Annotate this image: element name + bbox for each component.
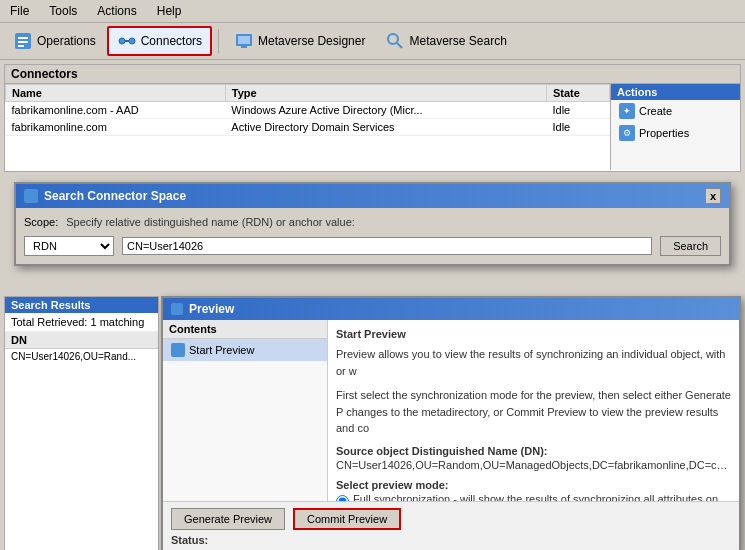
menu-tools[interactable]: Tools — [43, 2, 83, 20]
table-row[interactable]: fabrikamonline.com - AAD Windows Azure A… — [6, 102, 610, 119]
col-state: State — [546, 85, 609, 102]
table-row[interactable]: fabrikamonline.com Active Directory Doma… — [6, 119, 610, 136]
connectors-button[interactable]: Connectors — [107, 26, 212, 56]
preview-description1: Preview allows you to view the results o… — [336, 346, 731, 379]
connectors-panel: Connectors Name Type State fabrikamonlin… — [4, 64, 741, 172]
metaverse-designer-icon — [234, 31, 254, 51]
scope-select[interactable]: RDN — [24, 236, 114, 256]
metaverse-search-button[interactable]: Metaverse Search — [376, 27, 515, 55]
search-dialog-icon — [24, 189, 38, 203]
full-sync-row: Full synchronization - will show the res… — [336, 493, 731, 502]
preview-main: Start Preview Preview allows you to view… — [328, 320, 739, 501]
toolbar: Operations Connectors Metaverse Designer — [0, 23, 745, 60]
generate-preview-button[interactable]: Generate Preview — [171, 508, 285, 530]
action-create[interactable]: ✦ Create — [611, 100, 740, 122]
connectors-icon — [117, 31, 137, 51]
svg-rect-2 — [18, 41, 28, 43]
row1-name: fabrikamonline.com - AAD — [6, 102, 226, 119]
metaverse-designer-label: Metaverse Designer — [258, 34, 365, 48]
toolbar-separator — [218, 29, 219, 53]
action-properties[interactable]: ⚙ Properties — [611, 122, 740, 144]
preview-sidebar-item[interactable]: Start Preview — [163, 339, 327, 361]
results-item[interactable]: CN=User14026,OU=Rand... — [5, 349, 158, 364]
svg-rect-9 — [241, 46, 247, 48]
operations-button[interactable]: Operations — [4, 27, 105, 55]
source-dn-value: CN=User14026,OU=Random,OU=ManagedObjects… — [336, 459, 731, 471]
operations-label: Operations — [37, 34, 96, 48]
source-dn-label: Source object Distinguished Name (DN): — [336, 445, 731, 457]
action-create-label: Create — [639, 105, 672, 117]
preview-dialog-icon — [171, 303, 183, 315]
preview-title-bar: Preview — [163, 298, 739, 320]
actions-header: Actions — [611, 84, 740, 100]
operations-icon — [13, 31, 33, 51]
col-name: Name — [6, 85, 226, 102]
metaverse-search-icon — [385, 31, 405, 51]
dn-input[interactable] — [122, 237, 652, 255]
preview-title-text: Preview — [189, 302, 234, 316]
action-properties-label: Properties — [639, 127, 689, 139]
scope-row: Scope: Specify relative distinguished na… — [24, 216, 721, 228]
results-col-dn: DN — [5, 332, 158, 349]
svg-point-5 — [129, 38, 135, 44]
preview-btn-row: Generate Preview Commit Preview — [171, 508, 731, 530]
col-type: Type — [225, 85, 546, 102]
preview-content: Contents Start Preview Start Preview Pre… — [163, 320, 739, 501]
preview-dialog: Preview Contents Start Preview Start Pre… — [161, 296, 741, 550]
svg-line-11 — [397, 43, 402, 48]
svg-rect-1 — [18, 37, 28, 39]
search-input-row: RDN Search — [24, 236, 721, 256]
scope-desc: Specify relative distinguished name (RDN… — [66, 216, 355, 228]
scope-label: Scope: — [24, 216, 58, 228]
row2-type: Active Directory Domain Services — [225, 119, 546, 136]
svg-rect-8 — [238, 36, 250, 44]
status-label: Status: — [171, 534, 731, 546]
search-dialog-title: Search Connector Space — [44, 189, 186, 203]
row1-type: Windows Azure Active Directory (Micr... — [225, 102, 546, 119]
menu-file[interactable]: File — [4, 2, 35, 20]
menu-help[interactable]: Help — [151, 2, 188, 20]
search-button[interactable]: Search — [660, 236, 721, 256]
menu-actions[interactable]: Actions — [91, 2, 142, 20]
connectors-label: Connectors — [141, 34, 202, 48]
commit-preview-button[interactable]: Commit Preview — [293, 508, 401, 530]
connectors-table: Name Type State fabrikamonline.com - AAD… — [5, 84, 610, 170]
svg-rect-3 — [18, 45, 24, 47]
start-preview-icon — [171, 343, 185, 357]
select-mode-label: Select preview mode: — [336, 479, 731, 491]
search-dialog-title-bar: Search Connector Space x — [16, 184, 729, 208]
properties-icon: ⚙ — [619, 125, 635, 141]
full-sync-label: Full synchronization - will show the res… — [353, 493, 731, 502]
row1-state: Idle — [546, 102, 609, 119]
start-preview-label: Start Preview — [189, 344, 254, 356]
results-count: Total Retrieved: 1 matching — [5, 313, 158, 332]
search-results-panel: Search Results Total Retrieved: 1 matchi… — [4, 296, 159, 550]
preview-sidebar: Contents Start Preview — [163, 320, 328, 501]
preview-sidebar-header: Contents — [163, 320, 327, 339]
preview-bottom: Generate Preview Commit Preview Status: — [163, 501, 739, 550]
metaverse-designer-button[interactable]: Metaverse Designer — [225, 27, 374, 55]
metaverse-search-label: Metaverse Search — [409, 34, 506, 48]
actions-panel: Actions ✦ Create ⚙ Properties — [610, 84, 740, 170]
row2-state: Idle — [546, 119, 609, 136]
svg-point-4 — [119, 38, 125, 44]
svg-point-10 — [388, 34, 398, 44]
row2-name: fabrikamonline.com — [6, 119, 226, 136]
preview-description2: First select the synchronization mode fo… — [336, 387, 731, 437]
search-connector-dialog: Search Connector Space x Scope: Specify … — [14, 182, 731, 266]
results-header: Search Results — [5, 297, 158, 313]
search-dialog-close[interactable]: x — [705, 188, 721, 204]
search-dialog-body: Scope: Specify relative distinguished na… — [16, 208, 729, 264]
preview-main-header: Start Preview — [336, 328, 731, 340]
connectors-panel-header: Connectors — [5, 65, 740, 84]
create-icon: ✦ — [619, 103, 635, 119]
menubar: File Tools Actions Help — [0, 0, 745, 23]
